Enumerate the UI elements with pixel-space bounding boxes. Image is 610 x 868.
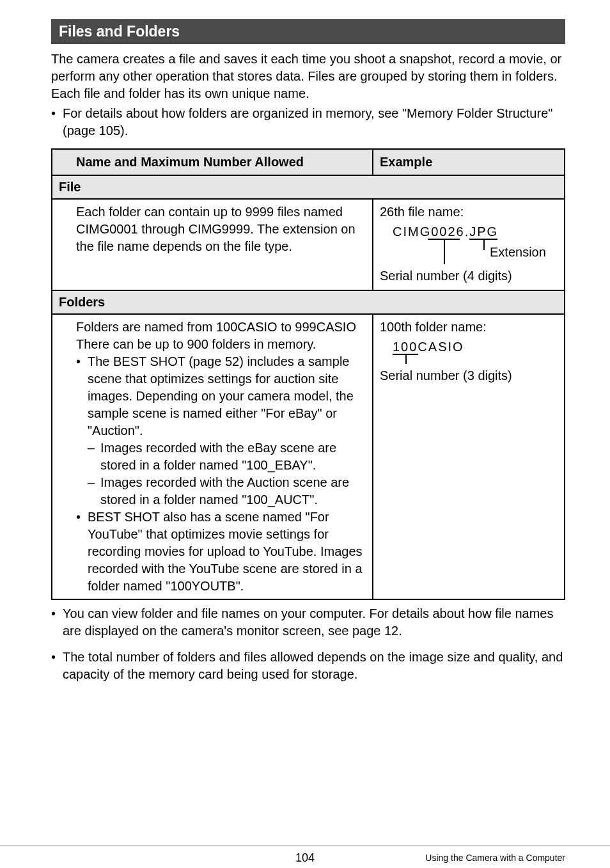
- folders-bullet2-text: BEST SHOT also has a scene named "For Yo…: [88, 509, 366, 595]
- header-spacer: [52, 149, 70, 175]
- page-number: 104: [295, 851, 315, 865]
- folder-serial-label: Serial number (3 digits): [380, 367, 558, 384]
- folders-dash2: – Images recorded with the Auction scene…: [88, 474, 366, 509]
- section-header: Files and Folders: [51, 19, 565, 44]
- spacer: [52, 199, 70, 290]
- files-folders-table: Name and Maximum Number Allowed Example …: [51, 148, 565, 600]
- column-header-example: Example: [373, 149, 565, 175]
- folders-bullet2: • BEST SHOT also has a scene named "For …: [76, 509, 366, 595]
- folders-description: Folders are named from 100CASIO to 999CA…: [70, 314, 373, 599]
- bullet-icon: •: [51, 649, 63, 683]
- folders-bullet1-text: The BEST SHOT (page 52) includes a sampl…: [88, 353, 366, 439]
- dash-icon: –: [88, 474, 100, 509]
- note1-text: You can view folder and file names on yo…: [63, 605, 565, 640]
- intro-paragraph: The camera creates a file and saves it e…: [51, 51, 565, 102]
- file-example: 26th file name: CIMG0026.JPG Extension S…: [373, 199, 565, 290]
- filename-text: CIMG0026.JPG: [380, 223, 558, 241]
- bullet-icon: •: [76, 509, 88, 595]
- folders-line2: There can be up to 900 folders in memory…: [76, 336, 366, 353]
- note2-text: The total number of folders and files al…: [63, 649, 565, 683]
- bullet-icon: •: [76, 353, 88, 439]
- page-footer: 104 Using the Camera with a Computer: [0, 845, 610, 850]
- file-description: Each folder can contain up to 9999 files…: [70, 199, 373, 290]
- bullet-icon: •: [51, 605, 63, 640]
- column-header-name: Name and Maximum Number Allowed: [70, 149, 373, 175]
- bullet-icon: •: [51, 105, 63, 139]
- note1: • You can view folder and file names on …: [51, 605, 565, 640]
- folders-bullet1: • The BEST SHOT (page 52) includes a sam…: [76, 353, 366, 439]
- intro-bullet: • For details about how folders are orga…: [51, 105, 565, 139]
- footer-section-name: Using the Camera with a Computer: [425, 853, 565, 863]
- dash-icon: –: [88, 439, 100, 474]
- folders-dash1-text: Images recorded with the eBay scene are …: [100, 439, 366, 474]
- folders-line1: Folders are named from 100CASIO to 999CA…: [76, 319, 366, 336]
- folders-dash2-text: Images recorded with the Auction scene a…: [100, 474, 366, 509]
- file-section-header: File: [52, 175, 565, 199]
- folders-dash1: – Images recorded with the eBay scene ar…: [88, 439, 366, 474]
- connector-serial: [444, 239, 445, 264]
- file-example-title: 26th file name:: [380, 203, 558, 221]
- connector-ext: [483, 239, 485, 250]
- note2: • The total number of folders and files …: [51, 649, 565, 683]
- filename-diagram: CIMG0026.JPG Extension Serial number (4 …: [380, 221, 558, 286]
- intro-bullet-text: For details about how folders are organi…: [63, 105, 565, 139]
- folders-section-header: Folders: [52, 290, 565, 314]
- folder-example-title: 100th folder name:: [380, 319, 558, 336]
- folder-diagram: 100CASIO Serial number (3 digits): [380, 336, 558, 384]
- extension-label: Extension: [490, 244, 546, 261]
- folder-text: 100CASIO: [380, 338, 558, 356]
- serial-label: Serial number (4 digits): [380, 267, 558, 285]
- folder-connector: [405, 354, 407, 364]
- folder-example: 100th folder name: 100CASIO Serial numbe…: [373, 314, 565, 599]
- spacer: [52, 314, 70, 599]
